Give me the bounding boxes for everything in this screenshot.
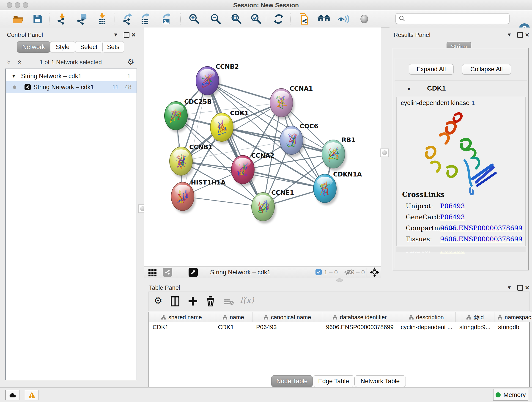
column-header-shared-name[interactable]: shared name [149, 313, 214, 322]
network-share-icon[interactable] [163, 268, 172, 277]
home-networks-button[interactable] [317, 13, 330, 26]
node-RB1[interactable]: RB1 [322, 136, 355, 171]
network-collection-row[interactable]: ▼ String Network – cdk1 1 [6, 70, 137, 82]
column-header-description[interactable]: description [397, 313, 456, 322]
tab-network-table[interactable]: Network Table [355, 375, 406, 387]
splitter-grip[interactable] [336, 279, 343, 282]
zoom-fit-button[interactable] [230, 13, 243, 26]
control-panel-float-icon[interactable] [124, 32, 129, 38]
table-panel-float-icon[interactable] [517, 285, 523, 291]
horizontal-splitter[interactable] [144, 278, 532, 282]
grid-view-icon[interactable] [148, 269, 159, 276]
node-CDK1[interactable]: CDK1 [210, 109, 249, 144]
table-cell[interactable]: CDK1 [214, 322, 253, 332]
node-CCNB1[interactable]: CCNB1 [170, 143, 213, 178]
column-header-namespac[interactable]: namespac [494, 313, 532, 322]
node-label-CCNA1: CCNA1 [290, 85, 313, 92]
import-network-database-button[interactable] [76, 13, 89, 26]
table-cell[interactable]: cyclin-dependent ... [397, 322, 456, 332]
table-row[interactable]: CDK1CDK1P064939606.ENSP00000378699cyclin… [149, 322, 529, 332]
expand-all-button[interactable]: Expand All [409, 64, 454, 75]
tab-select[interactable]: Select [75, 41, 102, 53]
column-header-database-identifier[interactable]: database identifier [322, 313, 397, 322]
network-graph[interactable]: CCNB2CCNA1CDC25BCDK1CDC6RB1CCNB1CCNA2CDK… [144, 27, 381, 266]
results-panel-title: Results Panel [394, 32, 430, 38]
zoom-out-button[interactable] [209, 13, 222, 26]
toolbar-search[interactable] [395, 13, 510, 24]
control-panel-close-icon[interactable]: × [132, 31, 136, 39]
entry-scroll-strip[interactable] [396, 247, 526, 252]
collection-expander-icon[interactable]: ▼ [12, 74, 16, 79]
entry-content: cyclin-dependent kinase 1 [396, 97, 526, 246]
level-of-detail-button[interactable] [358, 13, 371, 26]
tab-node-table[interactable]: Node Table [271, 375, 313, 387]
function-builder-icon[interactable]: f(x) [240, 295, 254, 305]
crosslink-value-link[interactable]: 9606.ENSP00000378699 [440, 235, 522, 243]
tab-style[interactable]: Style [50, 41, 75, 53]
crosslink-value-link[interactable]: 9606.ENSP00000378699 [440, 224, 522, 232]
column-header-canonical-name[interactable]: canonical name [253, 313, 322, 322]
delete-table-icon[interactable] [223, 298, 234, 305]
table-panel-menu-icon[interactable]: ▼ [507, 285, 512, 291]
control-panel-menu-icon[interactable]: ▼ [113, 32, 118, 38]
tab-network[interactable]: Network [17, 41, 50, 53]
tab-edge-table[interactable]: Edge Table [313, 375, 355, 387]
node-CCNA1[interactable]: CCNA1 [270, 85, 313, 119]
entry-expander-icon[interactable]: ▼ [406, 86, 412, 92]
table-settings-gear-icon[interactable]: ⚙ [154, 295, 162, 306]
delete-column-trash-icon[interactable] [206, 296, 215, 306]
save-session-button[interactable] [31, 13, 44, 26]
node-HIST1H1A[interactable]: HIST1H1A [171, 179, 226, 213]
birds-eye-view-icon[interactable] [189, 268, 198, 277]
edge-CCNB2-CCNE1[interactable] [207, 81, 263, 207]
node-CCNA2[interactable]: CCNA2 [231, 152, 274, 186]
memory-button[interactable]: Memory [493, 389, 528, 401]
column-header-name[interactable]: name [214, 313, 253, 322]
zoom-in-button[interactable] [188, 13, 201, 26]
show-columns-icon[interactable] [171, 296, 179, 306]
collapse-all-button[interactable]: Collapse All [462, 64, 511, 75]
export-image-button[interactable] [160, 13, 173, 26]
table-panel-close-icon[interactable]: × [525, 284, 529, 292]
hidden-counts: 0 – 0 [351, 269, 365, 276]
node-CDC6[interactable]: CDC6 [280, 123, 318, 157]
results-panel-float-icon[interactable] [517, 32, 523, 38]
table-cell[interactable]: 9606.ENSP00000378699 [322, 322, 397, 332]
selected-checkbox-icon[interactable] [316, 269, 322, 275]
import-table-file-button[interactable] [96, 13, 109, 26]
network-row[interactable]: String Network – cdk1 11 48 [6, 81, 137, 93]
cloud-status-button[interactable] [5, 390, 19, 400]
edge-CDK1-RB1[interactable] [222, 127, 333, 154]
string-document-button[interactable] [298, 13, 311, 26]
table-cell[interactable]: CDK1 [149, 322, 214, 332]
node-CDKN1A[interactable]: CDKN1A [313, 171, 362, 205]
show-hide-graphics-button[interactable] [337, 13, 350, 26]
gear-icon[interactable]: ⚙ [127, 57, 134, 66]
open-session-button[interactable] [12, 13, 25, 26]
node-CCNB2[interactable]: CCNB2 [196, 63, 239, 97]
node-CCNE1[interactable]: CCNE1 [252, 189, 294, 223]
network-canvas[interactable]: CCNB2CCNA1CDC25BCDK1CDC6RB1CCNB1CCNA2CDK… [144, 27, 381, 266]
table-cell[interactable]: P06493 [253, 322, 322, 332]
table-cell[interactable]: stringdb [494, 322, 532, 332]
tab-sets[interactable]: Sets [102, 41, 124, 53]
zoom-selected-button[interactable] [250, 13, 263, 26]
fit-content-crosshair-icon[interactable] [370, 268, 380, 277]
node-CDC25B[interactable]: CDC25B [165, 98, 212, 133]
search-input[interactable] [405, 15, 505, 22]
table-header-row: shared namenamecanonical namedatabase id… [149, 313, 529, 322]
import-network-file-button[interactable] [56, 13, 69, 26]
warning-status-button[interactable] [25, 390, 39, 400]
export-table-button[interactable] [139, 13, 152, 26]
right-splitter-handle[interactable] [380, 148, 389, 157]
create-column-plus-icon[interactable] [188, 296, 198, 306]
crosslink-value-link[interactable]: P06493 [440, 202, 465, 210]
results-panel-menu-icon[interactable]: ▼ [507, 32, 512, 38]
export-network-button[interactable] [121, 13, 134, 26]
table-cell[interactable]: stringdb:9... [456, 322, 494, 332]
results-panel-close-icon[interactable]: × [525, 31, 529, 39]
crosslink-value-link[interactable]: P06493 [440, 213, 465, 221]
column-type-icon [161, 315, 166, 320]
refresh-button[interactable] [272, 13, 285, 26]
column-header--id[interactable]: @id [456, 313, 494, 322]
